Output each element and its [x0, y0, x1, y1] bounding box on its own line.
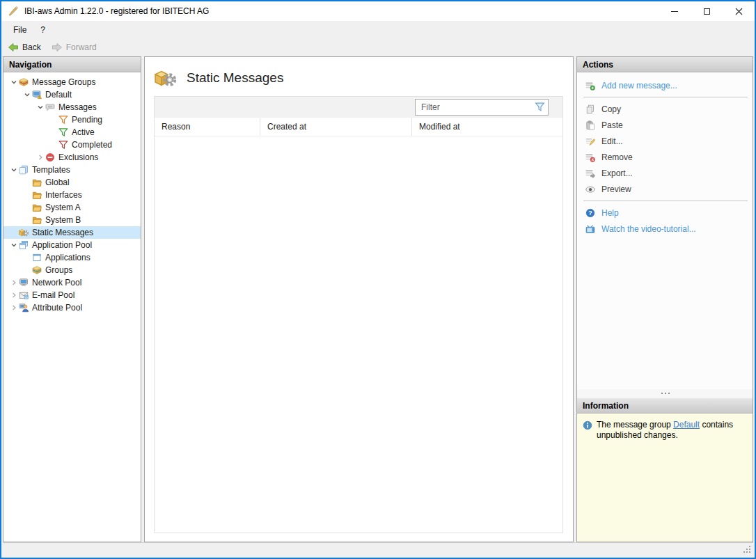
application-icon [31, 253, 42, 262]
filter-box [415, 99, 549, 116]
action-remove[interactable]: Remove [577, 149, 753, 165]
messages-table: ReasonCreated atModified at [154, 96, 563, 533]
help-icon: ? [584, 208, 597, 218]
tree-item-label: Exclusions [58, 151, 98, 164]
folder-icon [31, 178, 42, 187]
information-panel-header: Information [577, 398, 753, 414]
tree-item-message-groups[interactable]: Message Groups [3, 76, 141, 88]
tree-item-applications[interactable]: Applications [3, 251, 141, 264]
default-group-link[interactable]: Default [673, 420, 700, 430]
action-label: Preview [601, 184, 631, 194]
tree-item-interfaces[interactable]: Interfaces [3, 189, 141, 201]
action-label: Remove [601, 152, 633, 162]
action-label: Edit... [601, 136, 623, 146]
chevron-expanded-icon[interactable] [9, 242, 18, 249]
add-message-icon [584, 81, 597, 90]
minimize-button[interactable] [659, 1, 691, 21]
action-paste[interactable]: Paste [577, 117, 753, 133]
filter-input[interactable] [415, 99, 549, 116]
action-preview[interactable]: Preview [577, 181, 753, 197]
chevron-expanded-icon[interactable] [22, 91, 31, 98]
chevron-collapsed-icon[interactable] [9, 279, 18, 286]
attribute-pool-icon [18, 303, 29, 313]
tree-item-label: Global [45, 176, 70, 189]
tree-item-application-pool[interactable]: Application Pool [3, 239, 141, 251]
chevron-expanded-icon[interactable] [36, 104, 45, 111]
action-help[interactable]: ?Help [577, 205, 753, 221]
network-pool-icon [18, 278, 29, 288]
resize-grip[interactable] [749, 546, 750, 547]
tree-item-static-messages[interactable]: Static Messages [3, 226, 141, 239]
action-add-new-message[interactable]: Add new message... [577, 77, 753, 93]
action-copy[interactable]: Copy [577, 101, 753, 117]
actions-info-splitter[interactable] [577, 389, 753, 398]
tree-item-network-pool[interactable]: Network Pool [3, 276, 141, 289]
tree-item-e-mail-pool[interactable]: E-mail Pool [3, 289, 141, 301]
main-panel: Static Messages ReasonCreated atModified… [144, 56, 574, 542]
tree-item-completed[interactable]: Completed [3, 139, 141, 151]
funnel-completed-icon [58, 140, 69, 150]
chevron-collapsed-icon[interactable] [36, 154, 45, 161]
tree-item-system-b[interactable]: System B [3, 214, 141, 226]
menu-file[interactable]: File [6, 22, 33, 38]
application-pool-icon [18, 240, 29, 250]
actions-separator [583, 200, 748, 201]
chevron-collapsed-icon[interactable] [9, 292, 18, 299]
tree-item-groups[interactable]: Groups [3, 264, 141, 276]
navigation-tree: Message GroupsDefaultMessagesPendingActi… [3, 72, 141, 542]
tree-item-label: Completed [72, 139, 112, 151]
actions-panel-header: Actions [577, 57, 753, 72]
exclusions-icon [45, 152, 56, 162]
column-header-reason[interactable]: Reason [155, 118, 260, 136]
tree-item-exclusions[interactable]: Exclusions [3, 151, 141, 164]
maximize-button[interactable] [691, 1, 723, 21]
export-icon [584, 168, 597, 178]
tree-item-label: System B [45, 214, 81, 226]
copy-icon [584, 104, 597, 114]
navigation-panel-header: Navigation [3, 57, 141, 72]
paste-icon [584, 120, 597, 130]
column-header-modified-at[interactable]: Modified at [412, 118, 562, 136]
chevron-expanded-icon[interactable] [9, 79, 18, 86]
action-label: Add new message... [601, 81, 677, 90]
menu-bar: File ? [1, 21, 755, 38]
monitor-warning-icon [31, 90, 42, 100]
svg-text:?: ? [588, 210, 592, 216]
menu-help[interactable]: ? [33, 22, 52, 38]
title-bar: IBI-aws Admin 1.22.0 - registered for IB… [1, 1, 755, 21]
folder-icon [31, 203, 42, 212]
window-title: IBI-aws Admin 1.22.0 - registered for IB… [24, 6, 209, 16]
tree-item-attribute-pool[interactable]: Attribute Pool [3, 301, 141, 314]
action-export[interactable]: Export... [577, 165, 753, 181]
tree-item-messages[interactable]: Messages [3, 101, 141, 113]
tree-item-active[interactable]: Active [3, 126, 141, 139]
action-watch-the-video-tutorial[interactable]: Watch the video-tutorial... [577, 221, 753, 237]
forward-button[interactable]: Forward [47, 40, 101, 54]
tree-item-pending[interactable]: Pending [3, 113, 141, 126]
tree-item-default[interactable]: Default [3, 88, 141, 101]
filter-funnel-icon[interactable] [535, 102, 545, 112]
tree-item-templates[interactable]: Templates [3, 164, 141, 176]
tree-item-label: Interfaces [45, 189, 82, 201]
tree-item-system-a[interactable]: System A [3, 201, 141, 214]
column-header-created-at[interactable]: Created at [260, 118, 412, 136]
chevron-collapsed-icon[interactable] [9, 304, 18, 311]
action-label: Export... [601, 168, 633, 178]
table-body-empty [155, 136, 562, 533]
message-groups-icon [18, 77, 29, 87]
tree-item-label: E-mail Pool [32, 289, 74, 301]
action-label: Paste [601, 120, 623, 130]
chevron-expanded-icon[interactable] [9, 166, 18, 173]
email-pool-icon [18, 290, 29, 300]
app-logo-icon [8, 6, 19, 17]
close-button[interactable] [723, 1, 755, 21]
main-title-row: Static Messages [145, 57, 573, 96]
tree-item-global[interactable]: Global [3, 176, 141, 189]
action-edit[interactable]: Edit... [577, 133, 753, 149]
navigation-panel: Navigation Message GroupsDefaultMessages… [3, 56, 141, 542]
speech-bubble-icon [45, 102, 56, 112]
templates-icon [18, 165, 29, 175]
tree-item-label: Applications [45, 251, 90, 264]
tree-item-label: Groups [45, 264, 72, 276]
back-button[interactable]: Back [3, 40, 45, 54]
